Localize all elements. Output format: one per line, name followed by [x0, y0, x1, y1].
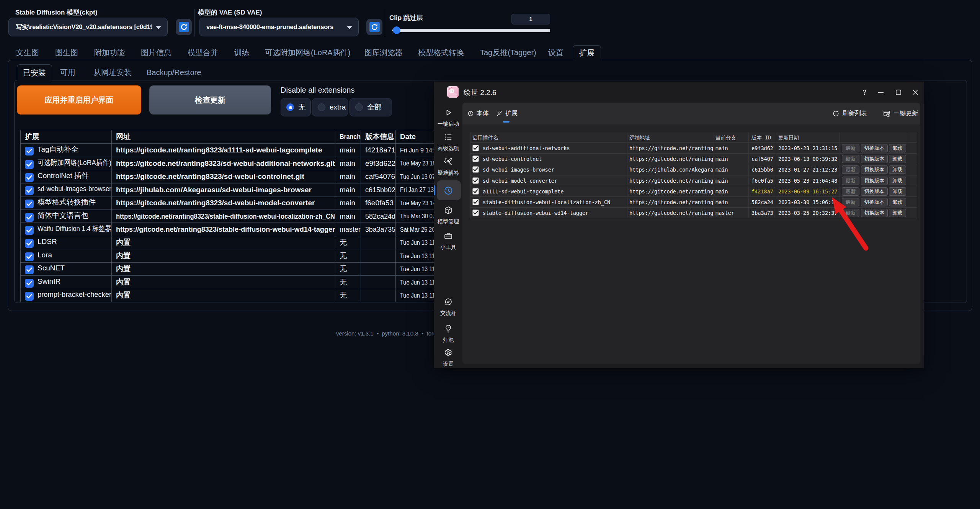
- extension-url-text[interactable]: https://gitcode.net/ranting8323/stable-d…: [116, 225, 335, 234]
- vae-refresh-button[interactable]: [366, 19, 382, 35]
- tab-image-browser[interactable]: 图库浏览器: [364, 45, 403, 60]
- clip-skip-slider[interactable]: [392, 29, 550, 32]
- latest-button[interactable]: 最新: [842, 187, 859, 196]
- latest-button[interactable]: 最新: [842, 155, 859, 163]
- tab-img2img[interactable]: 图生图: [55, 45, 78, 60]
- extension-checkbox[interactable]: [25, 226, 34, 235]
- extension-checkbox[interactable]: [25, 265, 34, 274]
- help-button[interactable]: [856, 82, 873, 103]
- launcher-extension-checkbox[interactable]: [472, 166, 479, 173]
- tab-png-info[interactable]: 图片信息: [141, 45, 172, 60]
- extension-branch: main: [335, 157, 361, 170]
- extension-url-text[interactable]: https://gitcode.net/ranting8323/sd-webui…: [116, 199, 315, 207]
- extension-url: https://gitcode.net/ranting8323/a1111-sd…: [112, 144, 335, 157]
- uninstall-button[interactable]: 卸载: [889, 155, 906, 163]
- extension-checkbox[interactable]: [25, 279, 34, 288]
- maximize-button[interactable]: [890, 82, 907, 103]
- extension-checkbox[interactable]: [25, 213, 34, 222]
- launcher-extension-checkbox[interactable]: [472, 177, 479, 184]
- latest-button[interactable]: 最新: [842, 177, 859, 185]
- extension-name: LDSR: [38, 237, 57, 246]
- latest-button[interactable]: 最新: [842, 209, 859, 217]
- clip-skip-slider-handle[interactable]: [393, 26, 400, 34]
- header-divider: [385, 9, 385, 36]
- uninstall-button[interactable]: 卸载: [889, 177, 906, 185]
- tab-additional-networks[interactable]: 可选附加网络(LoRA插件): [265, 45, 350, 60]
- extension-name: ScuNET: [38, 264, 65, 272]
- switch-version-button[interactable]: 切换版本: [861, 144, 888, 152]
- page: { "header": { "checkpoint_label": "Stabl…: [0, 0, 980, 509]
- sidebar-item-small-tools[interactable]: 小工具: [434, 231, 462, 251]
- launcher-extension-checkbox[interactable]: [472, 155, 479, 162]
- tab-train[interactable]: 训练: [234, 45, 250, 60]
- one-key-update-button[interactable]: 一键更新: [883, 103, 918, 124]
- launcher-extension-checkbox[interactable]: [472, 209, 479, 216]
- tab-txt2img[interactable]: 文生图: [16, 45, 39, 60]
- sidebar-item-troubleshoot[interactable]: 疑难解答: [434, 157, 462, 177]
- vae-dropdown[interactable]: vae-ft-mse-840000-ema-pruned.safetensors: [199, 18, 359, 36]
- tab-model-converter[interactable]: 模型格式转换: [418, 45, 464, 60]
- uninstall-button[interactable]: 卸载: [889, 165, 906, 174]
- extension-checkbox[interactable]: [25, 186, 34, 195]
- tab-checkpoint-merger[interactable]: 模型合并: [188, 45, 218, 60]
- sidebar-item-model-management[interactable]: 模型管理: [434, 206, 462, 225]
- extension-url-text[interactable]: https://gitcode.net/ranting8323/sd-webui…: [116, 159, 335, 168]
- sidebar-item-advanced-options[interactable]: 高级选项: [434, 133, 462, 152]
- extension-url-text[interactable]: https://jihulab.com/Akegarasu/sd-webui-i…: [116, 186, 312, 194]
- launcher-extension-checkbox[interactable]: [472, 199, 479, 205]
- launcher-extension-row: sd-webui-additional-networkshttps://gitc…: [470, 142, 917, 153]
- launcher-tab-body[interactable]: 本体: [468, 103, 489, 124]
- tab-extras[interactable]: 附加功能: [94, 45, 125, 60]
- launcher-titlebar[interactable]: 绘世 2.2.6: [434, 82, 924, 103]
- sidebar-item-settings[interactable]: 设置: [434, 348, 462, 368]
- tab-tagger[interactable]: Tag反推(Tagger): [480, 45, 536, 60]
- sidebar-item-bulb[interactable]: 灯泡: [434, 324, 462, 344]
- sub-tab-installed[interactable]: 已安装: [17, 64, 52, 81]
- extension-checkbox[interactable]: [25, 147, 34, 155]
- refresh-list-button[interactable]: 刷新列表: [832, 103, 867, 124]
- launcher-tab-body-label: 本体: [477, 110, 489, 118]
- clip-skip-number-input[interactable]: 1: [511, 14, 550, 25]
- launcher-table-bottom-border: [470, 218, 917, 218]
- extension-url-text[interactable]: https://gitcode.net/ranting8323/a1111-sd…: [116, 146, 322, 154]
- extension-checkbox[interactable]: [25, 239, 34, 248]
- latest-button[interactable]: 最新: [842, 165, 859, 174]
- minimize-button[interactable]: [872, 82, 890, 103]
- launcher-column-header: 版本 ID: [751, 132, 771, 143]
- switch-version-button[interactable]: 切换版本: [861, 165, 888, 174]
- extension-name: Tag自动补全: [38, 144, 78, 154]
- uninstall-button[interactable]: 卸载: [889, 187, 906, 196]
- extension-name-cell: 简体中文语言包: [21, 209, 112, 223]
- extension-checkbox[interactable]: [25, 160, 34, 169]
- switch-version-button[interactable]: 切换版本: [861, 187, 888, 196]
- launcher-column-header: 当前分支: [715, 132, 736, 143]
- extension-url-text[interactable]: https://gitcode.net/ranting8323/sd-webui…: [116, 172, 304, 181]
- launcher-extension-checkbox[interactable]: [472, 145, 479, 151]
- extension-version: [361, 262, 396, 276]
- extension-checkbox[interactable]: [25, 200, 34, 208]
- sidebar-item-version-management[interactable]: [434, 186, 462, 197]
- extension-checkbox[interactable]: [25, 292, 34, 301]
- latest-button[interactable]: 最新: [842, 198, 859, 206]
- switch-version-button[interactable]: 切换版本: [861, 155, 888, 163]
- sidebar-item-community[interactable]: 交流群: [434, 297, 462, 317]
- switch-version-button[interactable]: 切换版本: [861, 177, 888, 185]
- extension-url-text[interactable]: https://gitcode.net/ranting8323/stable-d…: [116, 212, 335, 221]
- launcher-extension-checkbox[interactable]: [472, 188, 479, 195]
- extension-checkbox[interactable]: [25, 173, 34, 182]
- launcher-extension-name: sd-webui-model-converter: [483, 175, 557, 186]
- tab-extensions[interactable]: 扩展: [573, 45, 601, 60]
- switch-version-button[interactable]: 切换版本: [861, 209, 888, 217]
- chevron-down-icon: [347, 26, 352, 29]
- uninstall-button[interactable]: 卸载: [889, 198, 906, 206]
- latest-button[interactable]: 最新: [842, 144, 859, 152]
- uninstall-button[interactable]: 卸载: [889, 144, 906, 152]
- extension-checkbox[interactable]: [25, 252, 34, 261]
- checkpoint-refresh-button[interactable]: [176, 19, 192, 35]
- close-button[interactable]: [906, 82, 924, 103]
- checkpoint-dropdown[interactable]: 写实\realisticVisionV20_v20.safetensors [c…: [8, 18, 168, 36]
- switch-version-button[interactable]: 切换版本: [861, 198, 888, 206]
- tab-settings[interactable]: 设置: [548, 45, 564, 60]
- uninstall-button[interactable]: 卸载: [889, 209, 906, 217]
- sidebar-item-one-key-launch[interactable]: 一键启动: [434, 108, 462, 128]
